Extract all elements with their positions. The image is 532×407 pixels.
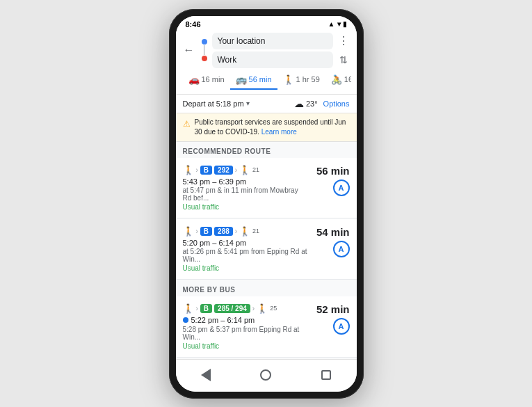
route-dots — [200, 39, 209, 61]
weather-display: ☁ 23° — [294, 98, 318, 109]
walk-start-icon-2: 🚶 — [183, 226, 194, 237]
more-button[interactable]: ⋮ — [336, 33, 351, 48]
depart-label: Depart at 5:18 pm — [183, 99, 244, 108]
route-card-3[interactable]: 🚶 › B 285 / 294 › 🚶 25 5:22 pm – 6:14 pm… — [176, 296, 357, 358]
wifi-icon: ▾ — [337, 20, 341, 28]
route-icons-3: 🚶 › B 285 / 294 › 🚶 25 — [183, 303, 308, 314]
destination-field[interactable]: Work — [212, 51, 333, 68]
status-time: 8:46 — [186, 20, 201, 29]
tab-walk[interactable]: 🚶 1 hr 59 — [277, 71, 325, 90]
arrow-icon-1b: › — [235, 166, 237, 174]
swap-button[interactable]: ⇅ — [336, 52, 351, 67]
bottom-nav — [176, 359, 357, 392]
car-time: 16 min — [202, 75, 225, 83]
route-info-3: 🚶 › B 285 / 294 › 🚶 25 5:22 pm – 6:14 pm… — [183, 303, 308, 350]
walk-end-icon-3: 🚶 — [257, 303, 268, 314]
walk-end-icon-1: 🚶 — [239, 165, 250, 175]
traffic-1: Usual traffic — [183, 203, 308, 211]
search-fields: Your location Work — [212, 33, 333, 68]
alert-banner: ⚠ Public transport services are suspende… — [176, 113, 357, 142]
origin-row: ← Your location Work ⋮ ⇅ — [182, 33, 351, 68]
traffic-3: Usual traffic — [183, 342, 308, 350]
alert-icon: ⚠ — [183, 118, 191, 137]
route-card-2[interactable]: 🚶 › B 288 › 🚶 21 5:20 pm – 6:14 pm at 5:… — [176, 219, 357, 280]
route-icons-1: 🚶 › B 292 › 🚶 21 — [183, 165, 308, 175]
route-right-1: 56 min A — [308, 165, 350, 196]
origin-field[interactable]: Your location — [212, 33, 333, 49]
route-times-1: 5:43 pm – 6:39 pm — [183, 177, 308, 186]
avatar-3: A — [333, 318, 350, 335]
arrow-icon-3a: › — [196, 305, 198, 312]
phone-screen: 8:46 ▲ ▾ ▮ ← Your location Work — [176, 16, 357, 392]
route-right-2: 54 min A — [308, 226, 350, 257]
walk-end-icon-2: 🚶 — [239, 226, 250, 237]
phone-device: 8:46 ▲ ▾ ▮ ← Your location Work — [169, 9, 364, 399]
status-bar: 8:46 ▲ ▾ ▮ — [176, 16, 357, 30]
arrow-icon-2b: › — [235, 228, 237, 235]
route-info-1: 🚶 › B 292 › 🚶 21 5:43 pm – 6:39 pm at 5:… — [183, 165, 308, 211]
nav-recents-button[interactable] — [316, 365, 336, 385]
origin-dot — [202, 39, 207, 45]
status-icons: ▲ ▾ ▮ — [328, 20, 347, 28]
weather-icon: ☁ — [294, 98, 304, 109]
tab-bus[interactable]: 🚌 56 min — [230, 71, 277, 90]
bus-badge-288: 288 — [214, 227, 233, 236]
duration-3: 52 min — [316, 303, 350, 315]
route-right-3: 52 min A — [308, 303, 350, 335]
recommended-section-header: RECOMMENDED ROUTE — [176, 142, 357, 158]
walk-icon: 🚶 — [283, 74, 294, 85]
recents-nav-icon — [321, 370, 331, 380]
dest-dot — [202, 56, 207, 61]
duration-2: 54 min — [316, 226, 350, 238]
route-times-3: 5:22 pm – 6:14 pm — [191, 316, 255, 324]
depart-time[interactable]: Depart at 5:18 pm ▾ — [183, 99, 289, 108]
back-nav-icon — [201, 369, 211, 381]
tab-bike[interactable]: 🚴 16 mi — [325, 71, 351, 90]
route-detail-3: 5:28 pm & 5:37 pm from Epping Rd at Win.… — [183, 326, 308, 341]
route-times-2: 5:20 pm – 6:14 pm — [183, 239, 308, 247]
walk-num-3: 25 — [270, 305, 277, 312]
home-nav-icon — [260, 369, 271, 381]
bus-badge-b-2: B — [200, 227, 212, 236]
options-button[interactable]: Options — [323, 99, 350, 108]
bus-badge-285-294: 285 / 294 — [214, 304, 250, 313]
bus-icon: 🚌 — [236, 74, 247, 85]
traffic-2: Usual traffic — [183, 264, 308, 272]
bus-badge-b-3: B — [200, 304, 212, 313]
bike-time: 16 mi — [344, 75, 351, 83]
route-line — [204, 45, 204, 55]
avatar-2: A — [333, 241, 350, 257]
route-detail-1: at 5:47 pm & in 11 min from Mowbray Rd b… — [183, 186, 308, 202]
live-dot-3 — [183, 317, 188, 323]
back-button[interactable]: ← — [182, 42, 197, 58]
bus-time: 56 min — [249, 75, 272, 83]
options-bar: Depart at 5:18 pm ▾ ☁ 23° Options — [176, 95, 357, 113]
nav-home-button[interactable] — [256, 365, 275, 385]
alert-text: Public transport services are suspended … — [195, 118, 350, 137]
bike-icon: 🚴 — [331, 74, 342, 85]
avatar-1: A — [333, 179, 350, 196]
header: ← Your location Work ⋮ ⇅ 🚗 — [176, 30, 357, 95]
route-detail-2: at 5:26 pm & 5:41 pm from Epping Rd at W… — [183, 248, 308, 263]
transport-tabs: 🚗 16 min 🚌 56 min 🚶 1 hr 59 🚴 16 mi — [182, 71, 351, 90]
walk-start-icon-3: 🚶 — [183, 303, 194, 314]
signal-icon: ▲ — [328, 20, 335, 28]
arrow-icon-2a: › — [196, 228, 198, 235]
walk-num-1: 21 — [252, 166, 259, 173]
walk-start-icon-1: 🚶 — [183, 165, 194, 175]
duration-1: 56 min — [316, 165, 350, 177]
battery-icon: ▮ — [343, 20, 347, 28]
tab-car[interactable]: 🚗 16 min — [183, 71, 230, 90]
walk-num-2: 21 — [252, 228, 259, 234]
routes-scroll-area: RECOMMENDED ROUTE 🚶 › B 292 › 🚶 21 5:43 … — [176, 142, 357, 359]
route-card-1[interactable]: 🚶 › B 292 › 🚶 21 5:43 pm – 6:39 pm at 5:… — [176, 158, 357, 218]
temperature: 23° — [306, 99, 318, 108]
route-icons-2: 🚶 › B 288 › 🚶 21 — [183, 226, 308, 237]
car-icon: 🚗 — [188, 74, 200, 85]
nav-back-button[interactable] — [196, 365, 216, 385]
bus-badge-292: 292 — [214, 166, 233, 175]
learn-more-link[interactable]: Learn more — [261, 128, 297, 136]
dropdown-arrow-icon: ▾ — [246, 99, 250, 107]
more-by-bus-header: MORE BY BUS — [176, 280, 357, 296]
walk-time: 1 hr 59 — [296, 75, 320, 83]
